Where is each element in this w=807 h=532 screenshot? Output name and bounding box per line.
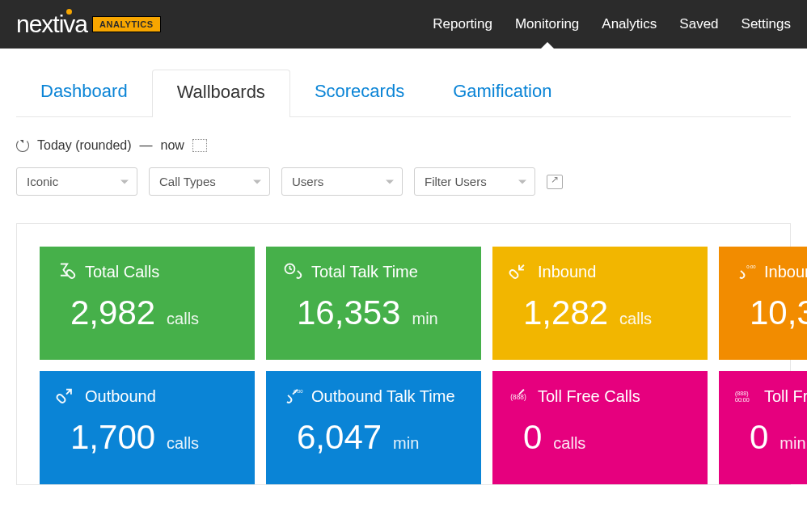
card-title: Total Talk Time <box>282 261 465 282</box>
card-title-text: Toll Free Calls <box>538 387 640 406</box>
phone-in-time-icon: 0:00 <box>735 261 756 282</box>
card-title-text: Total Calls <box>85 263 159 281</box>
card-value-row: 1,282calls <box>509 293 691 332</box>
card-title: 0:00Outbound Talk Time <box>282 386 465 407</box>
top-nav: ReportingMonitoringAnalyticsSavedSetting… <box>433 16 791 32</box>
card-inbound[interactable]: Inbound1,282calls <box>492 247 708 360</box>
card-value-row: 0calls <box>509 418 691 457</box>
tab-wallboards[interactable]: Wallboards <box>152 70 290 117</box>
popout-icon[interactable] <box>547 175 563 189</box>
card-title-text: Inbound Talk Time <box>764 263 807 281</box>
tab-dashboard[interactable]: Dashboard <box>16 70 152 116</box>
time-range-bar: Today (rounded) — now <box>16 138 791 153</box>
card-value-row: 1,700calls <box>56 418 239 457</box>
card-value: 16,353 <box>297 293 400 332</box>
card-value-row: 16,353min <box>282 293 465 332</box>
brand-badge: ANALYTICS <box>92 16 160 32</box>
svg-text:(888): (888) <box>735 391 749 397</box>
card-unit: calls <box>553 434 585 453</box>
card-value: 10,306 <box>750 293 807 332</box>
card-value: 6,047 <box>297 418 382 457</box>
card-value: 2,982 <box>70 293 155 332</box>
card-value-row: 10,306min <box>735 293 807 332</box>
svg-text:00:00: 00:00 <box>735 397 750 403</box>
card-title: Inbound <box>509 261 691 282</box>
phone-in-icon <box>509 261 530 282</box>
filter-users-label: Filter Users <box>425 175 487 188</box>
svg-text:(888): (888) <box>510 394 526 401</box>
phone-out-icon <box>56 386 77 407</box>
call-types-label: Call Types <box>159 175 216 188</box>
card-toll-free-calls[interactable]: (888)Toll Free Calls0calls <box>492 371 708 484</box>
users-label: Users <box>292 175 323 188</box>
nav-monitoring[interactable]: Monitoring <box>515 16 579 32</box>
nav-analytics[interactable]: Analytics <box>602 16 657 32</box>
card-total-calls[interactable]: Total Calls2,982calls <box>40 247 255 360</box>
card-value-row: 2,982calls <box>56 293 239 332</box>
card-total-talk-time[interactable]: Total Talk Time16,353min <box>266 247 481 360</box>
cards-grid: Total Calls2,982callsTotal Talk Time16,3… <box>40 247 807 484</box>
brand-logo: nextiva ANALYTICS <box>16 11 161 38</box>
card-title-text: Inbound <box>538 263 596 281</box>
card-value-row: 6,047min <box>282 418 465 457</box>
filter-users-select[interactable]: Filter Users <box>414 167 535 196</box>
brand-name: nextiva <box>16 11 87 38</box>
card-unit: calls <box>167 310 199 328</box>
card-value: 0 <box>750 418 768 457</box>
tab-scorecards[interactable]: Scorecards <box>290 70 429 116</box>
preset-select-label: Iconic <box>27 175 58 188</box>
phone-out-time-icon: 0:00 <box>282 386 303 407</box>
chevron-down-icon <box>253 179 261 184</box>
card-value-row: 0min <box>735 418 807 457</box>
card-unit: min <box>780 434 805 453</box>
card-outbound[interactable]: Outbound1,700calls <box>40 371 255 484</box>
time-range-label: Today (rounded) <box>37 138 132 153</box>
card-unit: calls <box>167 434 199 453</box>
card-title: Total Calls <box>56 261 239 282</box>
card-inbound-talk-time[interactable]: 0:00Inbound Talk Time10,306min <box>719 247 807 360</box>
card-title: (888)00:00Toll Free Talk Time <box>735 386 807 407</box>
toll-free-icon: (888) <box>509 386 530 407</box>
card-unit: min <box>393 434 419 453</box>
calendar-icon[interactable] <box>192 139 207 152</box>
card-value: 1,700 <box>70 418 155 457</box>
refresh-icon[interactable] <box>16 139 29 152</box>
preset-select[interactable]: Iconic <box>16 167 137 196</box>
card-title: 0:00Inbound Talk Time <box>735 261 807 282</box>
cards-container: Total Calls2,982callsTotal Talk Time16,3… <box>16 223 791 485</box>
chevron-down-icon <box>386 179 394 184</box>
card-title-text: Outbound Talk Time <box>311 387 455 406</box>
card-title-text: Toll Free Talk Time <box>764 387 807 406</box>
page-body: DashboardWallboardsScorecardsGamificatio… <box>0 70 807 485</box>
card-title-text: Total Talk Time <box>311 263 418 281</box>
card-toll-free-talk[interactable]: (888)00:00Toll Free Talk Time0min <box>719 371 807 484</box>
card-title-text: Outbound <box>85 387 156 406</box>
nav-saved[interactable]: Saved <box>679 16 718 32</box>
card-outbound-talk-time[interactable]: 0:00Outbound Talk Time6,047min <box>266 371 481 484</box>
chevron-down-icon <box>120 179 129 184</box>
card-unit: calls <box>619 310 652 328</box>
toll-free-time-icon: (888)00:00 <box>735 386 756 407</box>
tab-bar: DashboardWallboardsScorecardsGamificatio… <box>16 70 791 117</box>
brand-dot-icon <box>66 9 72 15</box>
card-value: 1,282 <box>523 293 608 332</box>
phone-sigma-icon <box>56 261 77 282</box>
nav-reporting[interactable]: Reporting <box>433 16 492 32</box>
topbar: nextiva ANALYTICS ReportingMonitoringAna… <box>0 0 807 49</box>
call-types-select[interactable]: Call Types <box>149 167 270 196</box>
filter-row: Iconic Call Types Users Filter Users <box>16 167 791 196</box>
clock-phone-icon <box>282 261 303 282</box>
card-title: (888)Toll Free Calls <box>509 386 691 407</box>
nav-settings[interactable]: Settings <box>742 16 791 32</box>
time-range-sep: — <box>140 138 153 153</box>
users-select[interactable]: Users <box>281 167 403 196</box>
card-unit: min <box>412 310 437 328</box>
chevron-down-icon <box>518 179 526 184</box>
tab-gamification[interactable]: Gamification <box>429 70 576 116</box>
card-value: 0 <box>523 418 542 457</box>
time-range-now: now <box>161 138 184 153</box>
card-title: Outbound <box>56 386 239 407</box>
svg-text:0:00: 0:00 <box>746 264 756 269</box>
